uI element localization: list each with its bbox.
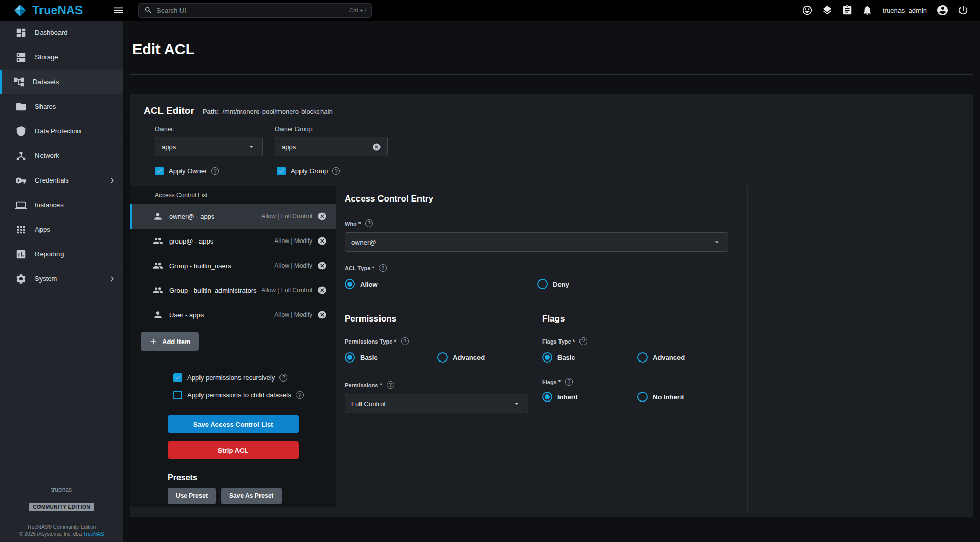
group-icon: [153, 260, 163, 271]
help-icon[interactable]: ?: [296, 391, 304, 399]
storage-icon: [15, 52, 27, 63]
owner-group-input[interactable]: apps: [275, 137, 388, 156]
sidebar-item-label: Storage: [35, 53, 58, 61]
sidebar-item-label: Data Protection: [35, 127, 81, 135]
remove-entry-icon[interactable]: [317, 261, 327, 270]
power-button[interactable]: [957, 5, 969, 16]
permissions-label-row: Permissions * ?: [345, 381, 542, 389]
help-icon[interactable]: ?: [211, 167, 219, 175]
remove-entry-icon[interactable]: [317, 310, 327, 319]
sidebar-item-label: Apps: [35, 226, 50, 233]
remove-entry-icon[interactable]: [317, 212, 327, 221]
search-input[interactable]: [156, 7, 349, 14]
save-acl-button[interactable]: Save Access Control List: [168, 415, 299, 433]
notifications-button[interactable]: [862, 5, 873, 16]
instances-icon: [15, 199, 27, 211]
flags-type-label-row: Flags Type * ?: [542, 337, 747, 345]
sidebar-item-label: System: [35, 275, 57, 283]
radio-flags-advanced[interactable]: Advanced: [637, 352, 685, 363]
acl-entry-row[interactable]: owner@ - apps Allow | Full Control: [130, 204, 336, 229]
bell-icon: [862, 5, 873, 16]
sidebar-item-credentials[interactable]: Credentials: [0, 168, 123, 193]
group-icon: [153, 236, 163, 246]
who-select[interactable]: owner@: [345, 232, 728, 252]
apply-recursive-checkbox[interactable]: Apply permissions recursively ?: [173, 373, 336, 382]
apply-group-label: Apply Group: [291, 167, 328, 175]
truenas-link[interactable]: TrueNAS: [83, 531, 104, 537]
sidebar: Dashboard Storage Datasets Shares Data P…: [0, 21, 123, 542]
chevron-right-icon: [108, 274, 117, 284]
use-preset-button[interactable]: Use Preset: [168, 488, 216, 504]
strip-acl-button[interactable]: Strip ACL: [168, 441, 299, 459]
sidebar-item-network[interactable]: Network: [0, 144, 123, 168]
save-as-preset-button[interactable]: Save As Preset: [221, 488, 282, 504]
radio-unselected-icon: [637, 352, 648, 363]
radio-inherit[interactable]: Inherit: [542, 392, 637, 402]
apply-owner-label: Apply Owner: [169, 167, 207, 175]
who-label: Who *: [345, 220, 361, 227]
flags-type-radio-group: Basic Advanced: [542, 352, 747, 363]
acl-entry-row[interactable]: group@ - apps Allow | Modify: [130, 229, 336, 253]
radio-flags-basic[interactable]: Basic: [542, 352, 637, 363]
acl-entry-row[interactable]: Group - builtin_users Allow | Modify: [130, 253, 336, 278]
sidebar-item-apps[interactable]: Apps: [0, 217, 123, 242]
search-shortcut-hint: Ctrl + /: [349, 7, 366, 13]
sidebar-item-reporting[interactable]: Reporting: [0, 242, 123, 267]
presets-title: Presets: [168, 473, 336, 483]
radio-no-inherit-label: No Inherit: [653, 393, 684, 401]
acl-entry-row[interactable]: User - apps Allow | Modify: [130, 303, 336, 327]
sidebar-item-instances[interactable]: Instances: [0, 193, 123, 217]
add-item-button[interactable]: Add Item: [141, 332, 199, 351]
owner-value: apps: [162, 143, 243, 151]
apply-child-datasets-checkbox[interactable]: Apply permissions to child datasets ?: [173, 391, 336, 399]
help-icon[interactable]: ?: [579, 337, 587, 345]
help-icon[interactable]: ?: [279, 374, 287, 382]
sidebar-item-storage[interactable]: Storage: [0, 45, 123, 70]
radio-allow[interactable]: Allow: [345, 279, 537, 289]
remove-entry-icon[interactable]: [317, 236, 327, 246]
path-value: /mnt/monero-pool/monero-blockchain: [222, 108, 332, 115]
entry-summary: Allow | Modify: [274, 237, 312, 245]
apply-group-checkbox[interactable]: Apply Group ?: [277, 167, 340, 175]
sidebar-item-dashboard[interactable]: Dashboard: [0, 21, 123, 45]
permissions-type-radio-group: Basic Advanced: [345, 352, 542, 363]
acl-list-title: Access Control List: [130, 186, 336, 204]
radio-no-inherit[interactable]: No Inherit: [637, 392, 684, 402]
sidebar-item-shares[interactable]: Shares: [0, 94, 123, 119]
user-menu-button[interactable]: [936, 4, 949, 16]
help-icon[interactable]: ?: [379, 264, 387, 272]
sidebar-item-data-protection[interactable]: Data Protection: [0, 119, 123, 144]
apps-icon: [15, 224, 27, 235]
help-icon[interactable]: ?: [365, 219, 373, 227]
owner-select[interactable]: apps: [155, 137, 263, 156]
radio-basic-label: Basic: [360, 354, 378, 362]
owner-group-field: Owner Group: apps: [275, 126, 388, 156]
check-icon: [174, 374, 181, 381]
radio-unselected-icon: [537, 279, 548, 289]
truecommand-button[interactable]: [822, 5, 833, 16]
radio-permissions-basic[interactable]: Basic: [345, 352, 437, 363]
flags-label: Flags *: [542, 379, 561, 385]
sidebar-item-system[interactable]: System: [0, 267, 123, 291]
network-icon: [15, 150, 27, 162]
jobs-button[interactable]: [842, 5, 853, 16]
sidebar-item-datasets[interactable]: Datasets: [0, 70, 123, 94]
menu-button[interactable]: [113, 5, 124, 16]
clear-icon[interactable]: [372, 143, 381, 151]
apply-owner-checkbox[interactable]: Apply Owner ?: [155, 167, 277, 175]
help-icon[interactable]: ?: [332, 167, 340, 175]
feedback-button[interactable]: [802, 5, 813, 16]
feedback-smiley-icon: [802, 5, 813, 16]
topbar: TrueNAS Ctrl + / truenas_admin: [0, 0, 980, 21]
radio-allow-label: Allow: [360, 280, 378, 288]
remove-entry-icon[interactable]: [317, 286, 327, 295]
acl-entry-row[interactable]: Group - builtin_administrators Allow | F…: [130, 278, 336, 303]
radio-deny[interactable]: Deny: [537, 279, 569, 289]
radio-permissions-advanced[interactable]: Advanced: [437, 352, 485, 363]
permissions-select[interactable]: Full Control: [345, 394, 528, 413]
search-box[interactable]: Ctrl + /: [138, 3, 372, 18]
help-icon[interactable]: ?: [387, 381, 394, 389]
help-icon[interactable]: ?: [401, 337, 409, 345]
plus-icon: [149, 337, 158, 346]
help-icon[interactable]: ?: [565, 378, 573, 386]
